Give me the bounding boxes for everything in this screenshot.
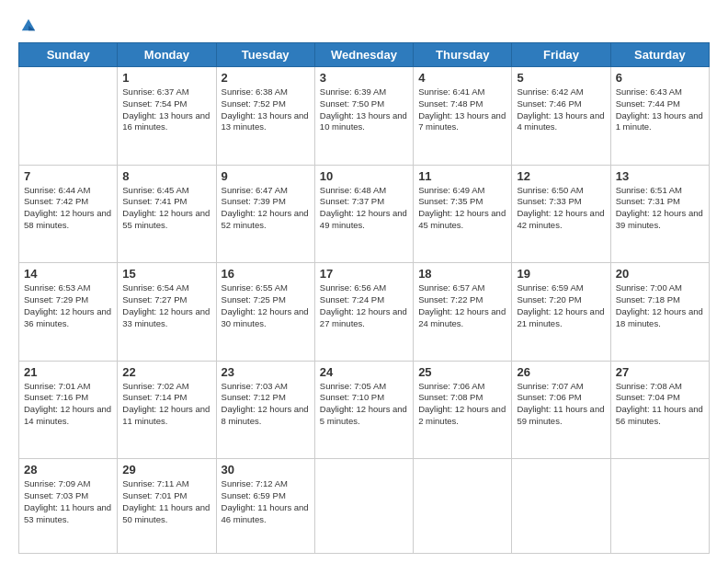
week-row-1: 7Sunrise: 6:44 AMSunset: 7:42 PMDaylight… xyxy=(19,165,710,263)
weekday-header-sunday: Sunday xyxy=(19,43,118,67)
day-number: 7 xyxy=(24,169,112,183)
calendar-cell: 26Sunrise: 7:07 AMSunset: 7:06 PMDayligh… xyxy=(512,361,610,459)
cell-text: Sunrise: 6:49 AMSunset: 7:35 PMDaylight:… xyxy=(418,185,506,232)
cell-text: Sunrise: 7:05 AMSunset: 7:10 PMDaylight:… xyxy=(320,381,408,428)
cell-text: Sunrise: 7:07 AMSunset: 7:06 PMDaylight:… xyxy=(517,381,605,428)
day-number: 30 xyxy=(222,463,310,477)
cell-text: Sunrise: 6:53 AMSunset: 7:29 PMDaylight:… xyxy=(24,282,112,329)
cell-text: Sunrise: 6:48 AMSunset: 7:37 PMDaylight:… xyxy=(320,185,408,232)
day-number: 26 xyxy=(517,365,605,379)
day-number: 1 xyxy=(122,71,210,85)
calendar-cell xyxy=(314,459,413,554)
day-number: 23 xyxy=(222,365,310,379)
page: SundayMondayTuesdayWednesdayThursdayFrid… xyxy=(0,0,728,563)
calendar-cell: 27Sunrise: 7:08 AMSunset: 7:04 PMDayligh… xyxy=(610,361,709,459)
calendar-cell: 22Sunrise: 7:02 AMSunset: 7:14 PMDayligh… xyxy=(118,361,216,459)
cell-text: Sunrise: 6:37 AMSunset: 7:54 PMDaylight:… xyxy=(122,86,210,133)
cell-text: Sunrise: 6:55 AMSunset: 7:25 PMDaylight:… xyxy=(222,282,310,329)
day-number: 8 xyxy=(122,169,210,183)
calendar-cell: 1Sunrise: 6:37 AMSunset: 7:54 PMDaylight… xyxy=(118,67,216,166)
cell-text: Sunrise: 7:06 AMSunset: 7:08 PMDaylight:… xyxy=(418,381,506,428)
day-number: 12 xyxy=(517,169,605,183)
calendar-cell: 5Sunrise: 6:42 AMSunset: 7:46 PMDaylight… xyxy=(512,67,610,166)
week-row-0: 1Sunrise: 6:37 AMSunset: 7:54 PMDaylight… xyxy=(19,67,710,166)
day-number: 21 xyxy=(24,365,112,379)
day-number: 25 xyxy=(418,365,506,379)
week-row-4: 28Sunrise: 7:09 AMSunset: 7:03 PMDayligh… xyxy=(19,459,710,554)
calendar-cell: 16Sunrise: 6:55 AMSunset: 7:25 PMDayligh… xyxy=(216,263,314,362)
calendar-cell: 19Sunrise: 6:59 AMSunset: 7:20 PMDayligh… xyxy=(512,263,610,362)
cell-text: Sunrise: 6:39 AMSunset: 7:50 PMDaylight:… xyxy=(320,86,408,133)
calendar-cell xyxy=(610,459,709,554)
day-number: 22 xyxy=(122,365,210,379)
calendar-cell: 24Sunrise: 7:05 AMSunset: 7:10 PMDayligh… xyxy=(314,361,413,459)
cell-text: Sunrise: 7:11 AMSunset: 7:01 PMDaylight:… xyxy=(122,478,210,525)
day-number: 10 xyxy=(320,169,408,183)
cell-text: Sunrise: 7:01 AMSunset: 7:16 PMDaylight:… xyxy=(24,381,112,428)
calendar-cell: 23Sunrise: 7:03 AMSunset: 7:12 PMDayligh… xyxy=(216,361,314,459)
calendar-cell: 14Sunrise: 6:53 AMSunset: 7:29 PMDayligh… xyxy=(19,263,118,362)
calendar-cell: 13Sunrise: 6:51 AMSunset: 7:31 PMDayligh… xyxy=(610,165,709,263)
day-number: 29 xyxy=(122,463,210,477)
cell-text: Sunrise: 6:43 AMSunset: 7:44 PMDaylight:… xyxy=(616,86,704,133)
day-number: 28 xyxy=(24,463,112,477)
cell-text: Sunrise: 6:44 AMSunset: 7:42 PMDaylight:… xyxy=(24,185,112,232)
calendar-cell: 15Sunrise: 6:54 AMSunset: 7:27 PMDayligh… xyxy=(118,263,216,362)
day-number: 4 xyxy=(418,71,506,85)
cell-text: Sunrise: 7:09 AMSunset: 7:03 PMDaylight:… xyxy=(24,478,112,525)
calendar-cell: 6Sunrise: 6:43 AMSunset: 7:44 PMDaylight… xyxy=(610,67,709,166)
cell-text: Sunrise: 7:00 AMSunset: 7:18 PMDaylight:… xyxy=(616,282,704,329)
cell-text: Sunrise: 6:51 AMSunset: 7:31 PMDaylight:… xyxy=(616,185,704,232)
calendar-cell: 2Sunrise: 6:38 AMSunset: 7:52 PMDaylight… xyxy=(216,67,314,166)
calendar-table: SundayMondayTuesdayWednesdayThursdayFrid… xyxy=(18,42,710,554)
calendar-cell: 12Sunrise: 6:50 AMSunset: 7:33 PMDayligh… xyxy=(512,165,610,263)
calendar-cell: 28Sunrise: 7:09 AMSunset: 7:03 PMDayligh… xyxy=(19,459,118,554)
calendar-cell: 21Sunrise: 7:01 AMSunset: 7:16 PMDayligh… xyxy=(19,361,118,459)
weekday-header-tuesday: Tuesday xyxy=(216,43,314,67)
cell-text: Sunrise: 7:08 AMSunset: 7:04 PMDaylight:… xyxy=(616,381,704,428)
day-number: 18 xyxy=(418,267,506,281)
cell-text: Sunrise: 6:47 AMSunset: 7:39 PMDaylight:… xyxy=(222,185,310,232)
day-number: 6 xyxy=(616,71,704,85)
calendar-cell xyxy=(19,67,118,166)
day-number: 13 xyxy=(616,169,704,183)
calendar-cell: 18Sunrise: 6:57 AMSunset: 7:22 PMDayligh… xyxy=(414,263,512,362)
day-number: 19 xyxy=(517,267,605,281)
day-number: 14 xyxy=(24,267,112,281)
day-number: 5 xyxy=(517,71,605,85)
weekday-header-thursday: Thursday xyxy=(414,43,512,67)
cell-text: Sunrise: 6:59 AMSunset: 7:20 PMDaylight:… xyxy=(517,282,605,329)
cell-text: Sunrise: 6:41 AMSunset: 7:48 PMDaylight:… xyxy=(418,86,506,133)
logo-icon xyxy=(20,17,37,33)
calendar-cell xyxy=(512,459,610,554)
day-number: 2 xyxy=(222,71,310,85)
weekday-header-friday: Friday xyxy=(512,43,610,67)
weekday-header-saturday: Saturday xyxy=(610,43,709,67)
day-number: 15 xyxy=(122,267,210,281)
calendar-cell: 7Sunrise: 6:44 AMSunset: 7:42 PMDaylight… xyxy=(19,165,118,263)
day-number: 16 xyxy=(222,267,310,281)
cell-text: Sunrise: 6:50 AMSunset: 7:33 PMDaylight:… xyxy=(517,185,605,232)
cell-text: Sunrise: 6:56 AMSunset: 7:24 PMDaylight:… xyxy=(320,282,408,329)
day-number: 11 xyxy=(418,169,506,183)
cell-text: Sunrise: 7:03 AMSunset: 7:12 PMDaylight:… xyxy=(222,381,310,428)
calendar-cell: 17Sunrise: 6:56 AMSunset: 7:24 PMDayligh… xyxy=(314,263,413,362)
day-number: 17 xyxy=(320,267,408,281)
day-number: 3 xyxy=(320,71,408,85)
calendar-cell: 29Sunrise: 7:11 AMSunset: 7:01 PMDayligh… xyxy=(118,459,216,554)
cell-text: Sunrise: 7:12 AMSunset: 6:59 PMDaylight:… xyxy=(222,478,310,525)
calendar-cell: 4Sunrise: 6:41 AMSunset: 7:48 PMDaylight… xyxy=(414,67,512,166)
calendar-cell: 30Sunrise: 7:12 AMSunset: 6:59 PMDayligh… xyxy=(216,459,314,554)
cell-text: Sunrise: 6:54 AMSunset: 7:27 PMDaylight:… xyxy=(122,282,210,329)
weekday-header-wednesday: Wednesday xyxy=(314,43,413,67)
calendar-cell: 25Sunrise: 7:06 AMSunset: 7:08 PMDayligh… xyxy=(414,361,512,459)
cell-text: Sunrise: 6:42 AMSunset: 7:46 PMDaylight:… xyxy=(517,86,605,133)
week-row-2: 14Sunrise: 6:53 AMSunset: 7:29 PMDayligh… xyxy=(19,263,710,362)
calendar-cell: 10Sunrise: 6:48 AMSunset: 7:37 PMDayligh… xyxy=(314,165,413,263)
weekday-header-monday: Monday xyxy=(118,43,216,67)
calendar-cell: 20Sunrise: 7:00 AMSunset: 7:18 PMDayligh… xyxy=(610,263,709,362)
header xyxy=(18,17,710,33)
logo xyxy=(18,17,37,33)
calendar-cell xyxy=(414,459,512,554)
calendar-cell: 8Sunrise: 6:45 AMSunset: 7:41 PMDaylight… xyxy=(118,165,216,263)
